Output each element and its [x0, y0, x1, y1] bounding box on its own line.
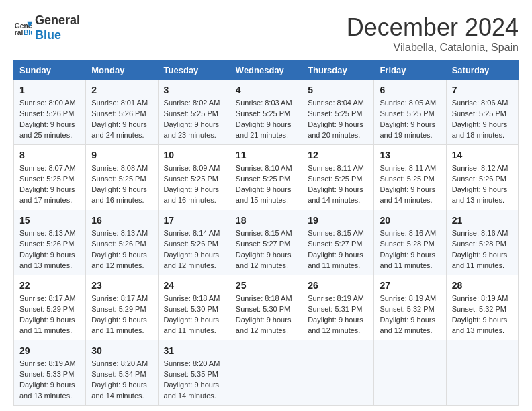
- sunset-text: Sunset: 5:27 PM: [236, 240, 290, 248]
- sunset-text: Sunset: 5:25 PM: [164, 175, 218, 183]
- daylight-text: Daylight: 9 hours and 12 minutes.: [236, 250, 292, 269]
- calendar-cell: 29Sunrise: 8:19 AMSunset: 5:33 PMDayligh…: [14, 340, 86, 406]
- sunset-text: Sunset: 5:25 PM: [380, 109, 434, 118]
- day-number: 5: [308, 83, 368, 97]
- calendar-cell: 2Sunrise: 8:01 AMSunset: 5:26 PMDaylight…: [86, 80, 158, 145]
- calendar-cell: 18Sunrise: 8:15 AMSunset: 5:27 PMDayligh…: [230, 210, 302, 275]
- sunset-text: Sunset: 5:35 PM: [164, 370, 218, 378]
- daylight-text: Daylight: 9 hours and 13 minutes.: [19, 381, 75, 400]
- sunrise-text: Sunrise: 8:19 AM: [19, 359, 76, 367]
- day-number: 3: [164, 83, 224, 97]
- sunset-text: Sunset: 5:25 PM: [91, 175, 146, 183]
- sunrise-text: Sunrise: 8:07 AM: [19, 164, 76, 172]
- day-number: 15: [19, 214, 80, 227]
- sunset-text: Sunset: 5:26 PM: [91, 240, 146, 248]
- sunset-text: Sunset: 5:26 PM: [19, 109, 74, 118]
- sunset-text: Sunset: 5:25 PM: [19, 175, 74, 183]
- calendar-row: 22Sunrise: 8:17 AMSunset: 5:29 PMDayligh…: [14, 275, 519, 340]
- daylight-text: Daylight: 9 hours and 11 minutes.: [19, 316, 75, 334]
- sunrise-text: Sunrise: 8:11 AM: [380, 164, 436, 172]
- day-number: 9: [91, 148, 152, 162]
- day-number: 13: [380, 148, 440, 162]
- calendar-cell: [302, 340, 374, 406]
- day-number: 20: [380, 214, 440, 227]
- daylight-text: Daylight: 9 hours and 11 minutes.: [380, 250, 435, 269]
- sunrise-text: Sunrise: 8:15 AM: [308, 229, 364, 237]
- month-title: December 2024: [347, 13, 519, 42]
- sunrise-text: Sunrise: 8:08 AM: [91, 164, 148, 172]
- sunrise-text: Sunrise: 8:17 AM: [91, 294, 148, 302]
- day-number: 12: [308, 148, 368, 162]
- calendar-cell: 23Sunrise: 8:17 AMSunset: 5:29 PMDayligh…: [86, 275, 158, 340]
- daylight-text: Daylight: 9 hours and 14 minutes.: [91, 381, 147, 400]
- sunrise-text: Sunrise: 8:11 AM: [308, 164, 364, 172]
- calendar-cell: 17Sunrise: 8:14 AMSunset: 5:26 PMDayligh…: [158, 210, 230, 275]
- col-sunday: Sunday: [14, 61, 86, 80]
- daylight-text: Daylight: 9 hours and 11 minutes.: [91, 316, 147, 334]
- day-number: 7: [452, 83, 513, 97]
- day-number: 1: [19, 83, 80, 97]
- calendar-cell: 24Sunrise: 8:18 AMSunset: 5:30 PMDayligh…: [158, 275, 230, 340]
- calendar-cell: 25Sunrise: 8:18 AMSunset: 5:30 PMDayligh…: [230, 275, 302, 340]
- calendar-cell: 11Sunrise: 8:10 AMSunset: 5:25 PMDayligh…: [230, 145, 302, 210]
- calendar-cell: [374, 340, 446, 406]
- sunrise-text: Sunrise: 8:13 AM: [19, 229, 76, 237]
- sunset-text: Sunset: 5:26 PM: [164, 240, 218, 248]
- calendar-cell: 9Sunrise: 8:08 AMSunset: 5:25 PMDaylight…: [86, 145, 158, 210]
- day-number: 23: [91, 279, 152, 292]
- day-number: 28: [452, 279, 513, 292]
- calendar-cell: 14Sunrise: 8:12 AMSunset: 5:26 PMDayligh…: [446, 145, 518, 210]
- sunset-text: Sunset: 5:32 PM: [380, 305, 434, 313]
- sunrise-text: Sunrise: 8:16 AM: [452, 229, 508, 237]
- daylight-text: Daylight: 9 hours and 11 minutes.: [308, 250, 363, 269]
- sunrise-text: Sunrise: 8:04 AM: [308, 99, 364, 107]
- sunrise-text: Sunrise: 8:16 AM: [380, 229, 436, 237]
- daylight-text: Daylight: 9 hours and 25 minutes.: [19, 120, 75, 139]
- day-number: 29: [19, 344, 80, 357]
- calendar-row: 1Sunrise: 8:00 AMSunset: 5:26 PMDaylight…: [14, 80, 519, 145]
- daylight-text: Daylight: 9 hours and 11 minutes.: [164, 316, 220, 334]
- sunset-text: Sunset: 5:30 PM: [236, 305, 290, 313]
- day-number: 16: [91, 214, 152, 227]
- daylight-text: Daylight: 9 hours and 17 minutes.: [19, 185, 75, 204]
- sunset-text: Sunset: 5:30 PM: [164, 305, 218, 313]
- day-number: 22: [19, 279, 80, 292]
- calendar-cell: 30Sunrise: 8:20 AMSunset: 5:34 PMDayligh…: [86, 340, 158, 406]
- sunrise-text: Sunrise: 8:10 AM: [236, 164, 292, 172]
- daylight-text: Daylight: 9 hours and 12 minutes.: [236, 316, 292, 334]
- calendar-cell: 5Sunrise: 8:04 AMSunset: 5:25 PMDaylight…: [302, 80, 374, 145]
- day-number: 24: [164, 279, 224, 292]
- daylight-text: Daylight: 9 hours and 16 minutes.: [91, 185, 147, 204]
- sunset-text: Sunset: 5:26 PM: [91, 109, 146, 118]
- day-number: 30: [91, 344, 152, 357]
- sunset-text: Sunset: 5:26 PM: [452, 175, 506, 183]
- calendar-cell: 20Sunrise: 8:16 AMSunset: 5:28 PMDayligh…: [374, 210, 446, 275]
- calendar-cell: [230, 340, 302, 406]
- sunset-text: Sunset: 5:29 PM: [19, 305, 74, 313]
- calendar-cell: 27Sunrise: 8:19 AMSunset: 5:32 PMDayligh…: [374, 275, 446, 340]
- col-saturday: Saturday: [446, 61, 518, 80]
- sunrise-text: Sunrise: 8:17 AM: [19, 294, 76, 302]
- sunset-text: Sunset: 5:25 PM: [380, 175, 434, 183]
- svg-text:Blue: Blue: [24, 29, 32, 36]
- calendar-cell: 19Sunrise: 8:15 AMSunset: 5:27 PMDayligh…: [302, 210, 374, 275]
- calendar-table: Sunday Monday Tuesday Wednesday Thursday…: [13, 60, 519, 406]
- day-number: 18: [236, 214, 296, 227]
- day-number: 8: [19, 148, 80, 162]
- daylight-text: Daylight: 9 hours and 13 minutes.: [19, 250, 75, 269]
- day-number: 26: [308, 279, 368, 292]
- sunrise-text: Sunrise: 8:01 AM: [91, 99, 148, 107]
- sunset-text: Sunset: 5:25 PM: [308, 109, 362, 118]
- daylight-text: Daylight: 9 hours and 12 minutes.: [380, 316, 435, 334]
- calendar-cell: 7Sunrise: 8:06 AMSunset: 5:25 PMDaylight…: [446, 80, 518, 145]
- calendar-cell: 28Sunrise: 8:19 AMSunset: 5:32 PMDayligh…: [446, 275, 518, 340]
- calendar-row: 8Sunrise: 8:07 AMSunset: 5:25 PMDaylight…: [14, 145, 519, 210]
- daylight-text: Daylight: 9 hours and 23 minutes.: [164, 120, 220, 139]
- col-friday: Friday: [374, 61, 446, 80]
- calendar-cell: 31Sunrise: 8:20 AMSunset: 5:35 PMDayligh…: [158, 340, 230, 406]
- calendar-row: 29Sunrise: 8:19 AMSunset: 5:33 PMDayligh…: [14, 340, 519, 406]
- daylight-text: Daylight: 9 hours and 14 minutes.: [380, 185, 435, 204]
- sunrise-text: Sunrise: 8:20 AM: [91, 359, 148, 367]
- calendar-cell: 1Sunrise: 8:00 AMSunset: 5:26 PMDaylight…: [14, 80, 86, 145]
- page-header: Gene ral Blue General Blue December 2024…: [13, 13, 519, 54]
